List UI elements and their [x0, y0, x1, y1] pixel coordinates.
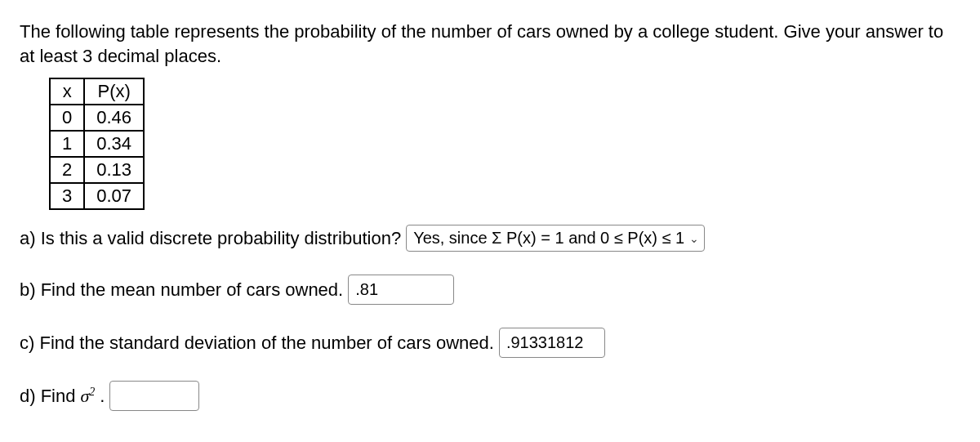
- stddev-input[interactable]: [499, 328, 605, 358]
- cell-px: 0.07: [84, 183, 144, 209]
- probability-table: x P(x) 0 0.46 1 0.34 2 0.13 3 0.07: [49, 78, 145, 210]
- question-b: b) Find the mean number of cars owned.: [20, 275, 960, 305]
- question-d: d) Find σ2 .: [20, 381, 960, 411]
- question-c: c) Find the standard deviation of the nu…: [20, 328, 960, 358]
- cell-x: 0: [50, 105, 84, 131]
- question-b-prompt: b) Find the mean number of cars owned.: [20, 279, 343, 301]
- question-a: a) Is this a valid discrete probability …: [20, 225, 960, 252]
- intro-text: The following table represents the proba…: [20, 20, 960, 68]
- cell-px: 0.46: [84, 105, 144, 131]
- question-d-prompt-pre: d) Find: [20, 386, 75, 407]
- cell-px: 0.34: [84, 131, 144, 157]
- variance-input[interactable]: [109, 381, 199, 411]
- select-value: Yes, since Σ P(x) = 1 and 0 ≤ P(x) ≤ 1: [413, 229, 684, 248]
- cell-px: 0.13: [84, 157, 144, 183]
- sigma-squared-symbol: σ2: [80, 386, 95, 407]
- header-px: P(x): [84, 78, 144, 105]
- question-d-prompt-post: .: [100, 386, 105, 407]
- valid-distribution-select[interactable]: Yes, since Σ P(x) = 1 and 0 ≤ P(x) ≤ 1 ⌄: [406, 225, 705, 252]
- cell-x: 2: [50, 157, 84, 183]
- question-a-prompt: a) Is this a valid discrete probability …: [20, 228, 401, 249]
- table-row: 3 0.07: [50, 183, 144, 209]
- mean-input[interactable]: [348, 275, 454, 305]
- table-row: 2 0.13: [50, 157, 144, 183]
- header-x: x: [50, 78, 84, 105]
- table-header-row: x P(x): [50, 78, 144, 105]
- table-row: 1 0.34: [50, 131, 144, 157]
- question-c-prompt: c) Find the standard deviation of the nu…: [20, 333, 494, 354]
- cell-x: 3: [50, 183, 84, 209]
- table-row: 0 0.46: [50, 105, 144, 131]
- cell-x: 1: [50, 131, 84, 157]
- chevron-down-icon: ⌄: [689, 232, 699, 245]
